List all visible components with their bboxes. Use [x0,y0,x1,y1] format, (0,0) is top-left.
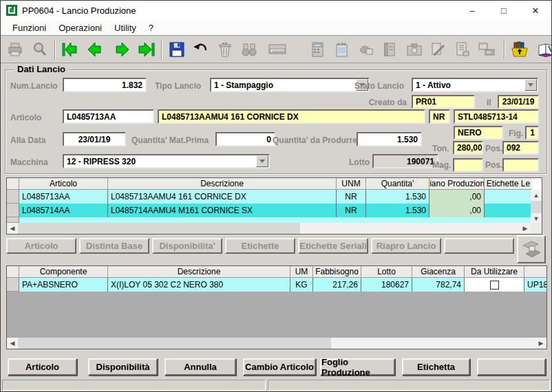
pos1-field[interactable]: 092 [502,141,539,155]
annulla-button[interactable]: Annulla [164,358,236,375]
hscroll-thumb[interactable] [18,338,331,349]
delete-icon[interactable] [215,40,235,59]
scroll-left-icon[interactable]: ◀ [7,223,18,234]
lotto-field[interactable]: 190071 [372,154,438,168]
da-utilizzare-checkbox[interactable] [490,281,499,290]
close-button[interactable]: ✕ [520,1,551,20]
counter-icon[interactable]: 00000 [268,40,287,59]
creato-da-field[interactable]: PR01 [412,95,475,109]
riapro-lancio-button[interactable]: Riapro Lancio [371,238,441,254]
save-icon[interactable] [167,40,187,59]
catalog-icon[interactable] [381,40,400,59]
disponibilita-bottom-button[interactable]: Disponibilità [88,358,158,375]
nav-prev-icon[interactable] [85,40,104,59]
menu-utility[interactable]: Utility [108,21,142,34]
articolo-unm-field[interactable]: NR [429,109,450,124]
table-row[interactable]: L0485713AA L0485713AAMU4 161 CORNICE DX … [7,190,542,204]
photo-icon[interactable] [405,40,424,59]
scroll-up-icon[interactable]: ▲ [531,190,542,201]
scroll-left-icon[interactable]: ◀ [7,338,18,349]
blank-button[interactable] [444,238,514,254]
scroll-right-icon[interactable]: ▶ [535,338,546,349]
vscroll-thumb[interactable] [531,201,542,213]
stato-lancio-dropdown[interactable]: 1 - Attivo [412,78,538,92]
cell-unm: NR [337,204,366,217]
table-row[interactable]: PA+ABSNERO X(I)LOY 05 302 C2 NERO 380 KG… [7,278,546,292]
list-doc-icon[interactable] [453,40,472,59]
groupbox-legend: Dati Lancio [14,64,69,74]
macchina-dropdown-button[interactable] [256,155,268,167]
menu-operazioni[interactable]: Operazioni [52,21,108,34]
articolo-bottom-button[interactable]: Articolo [8,358,77,375]
cambio-articolo-button[interactable]: Cambio Articolo [243,358,316,375]
num-lancio-field[interactable]: 1.832 [63,78,147,92]
articolo-button[interactable]: Articolo [6,238,76,254]
col-lotto: Lotto [361,266,412,278]
etichette-button[interactable]: Etichette [225,238,295,254]
fig-field[interactable]: 1 [525,126,539,140]
pos2-field[interactable] [502,158,539,172]
row-selector-header [7,178,19,190]
articoli-grid-header: Articolo Descrizione UNM Quantita' Piano… [7,178,542,190]
app-window: PP0604 - Lancio Produzione – □ ✕ Funzion… [0,0,552,392]
cell-quantita: 1.530 [366,190,429,204]
macchina-label: Macchina [10,157,48,167]
preview-icon[interactable] [30,40,50,59]
tipo-lancio-dropdown[interactable]: 1 - Stampaggio [210,78,370,92]
menu-help[interactable]: ? [142,21,160,34]
macchina-value: 12 - RIPRESS 320 [67,157,136,166]
svg-text:00000: 00000 [272,48,284,52]
undo-icon[interactable] [191,40,211,59]
col-descrizione2: Descrizione [108,266,290,278]
minimize-button[interactable]: – [456,1,488,20]
disponibilita-button[interactable]: Disponibilita' [152,238,222,254]
nav-first-icon[interactable] [61,40,80,59]
alla-data-field[interactable]: 23/01/19 [63,132,126,146]
row-selector[interactable] [7,278,19,292]
creato-il-date-field[interactable]: 23/01/19 [498,95,539,109]
fig-label: Fig. [509,129,523,138]
maximize-button[interactable]: □ [488,1,520,20]
etichette-seriali-button[interactable]: Etichette Seriali [298,238,368,254]
transfer-icon[interactable] [477,40,496,59]
row-selector[interactable] [7,204,19,217]
qta-mat-prima-field[interactable]: 0 [215,132,275,146]
blank-bottom-button[interactable] [477,358,546,375]
ton-label: Ton. [432,144,449,153]
nav-next-icon[interactable] [113,40,132,59]
find-icon[interactable] [240,40,259,59]
ton-field[interactable]: 280,00 [453,141,483,155]
scroll-right-icon[interactable]: ▶ [520,223,531,234]
scroll-corner [531,223,542,234]
row-selector[interactable] [7,190,19,204]
foglio-produzione-button[interactable]: Foglio Produzione [320,358,395,375]
archive-books-icon[interactable] [510,40,529,59]
componenti-grid: Componente Descrizione UM Fabbisogno Lot… [6,265,547,349]
nav-last-icon[interactable] [137,40,156,59]
calculator-icon[interactable] [308,40,328,59]
articolo-descr-field[interactable]: L0485713AAMU4 161 CORNICE DX [158,109,425,124]
pickup-icon[interactable] [357,40,376,59]
manual-book-icon[interactable] [537,40,552,59]
row-selector [7,217,19,223]
edit-doc-icon[interactable] [429,40,448,59]
colore-field[interactable]: NERO [454,126,503,140]
status-panel-right [268,380,550,391]
print-icon[interactable] [6,40,25,59]
hscroll-thumb[interactable] [18,223,300,234]
qta-da-produrre-field[interactable]: 1.530 [357,132,422,146]
table-row[interactable]: L0485714AA L0485714AAMU4 M161 CORNICE SX… [7,204,542,217]
macchina-dropdown[interactable]: 12 - RIPRESS 320 [63,154,270,168]
stampo-field[interactable]: STL0485713-14 [454,109,539,124]
articolo-code-field[interactable]: L0485713AA [63,109,154,124]
handover-icon-button[interactable] [517,235,546,263]
mag-field[interactable] [453,158,483,172]
cell-lotto: 180627 [361,278,412,292]
distinta-base-button[interactable]: Distinta Base [79,238,149,254]
handover-icon [520,239,542,261]
notepad-icon[interactable] [332,40,352,59]
menu-funzioni[interactable]: Funzioni [6,21,52,34]
etichetta-button[interactable]: Etichetta [402,358,470,375]
componenti-hscrollbar: ◀ ▶ [7,338,546,349]
stato-lancio-dropdown-button[interactable] [524,79,537,91]
